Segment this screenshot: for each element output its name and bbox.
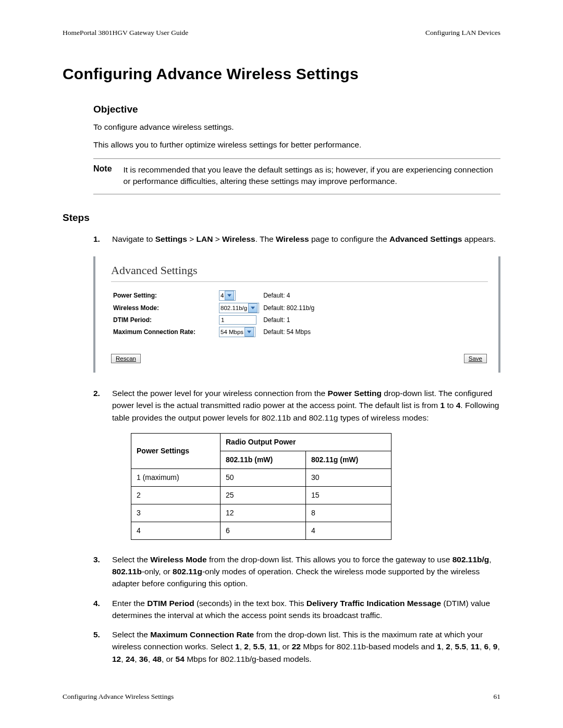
step-4-text: Enter the DTIM Period (seconds) in the t… bbox=[112, 599, 490, 620]
page-title: Configuring Advance Wireless Settings bbox=[63, 65, 500, 83]
power-setting-label: Power Setting: bbox=[111, 289, 217, 302]
objective-p2: This allows you to further optimize wire… bbox=[93, 139, 500, 151]
step-4: 4. Enter the DTIM Period (seconds) in th… bbox=[93, 597, 500, 622]
wireless-mode-value: 802.11b/g bbox=[221, 305, 247, 311]
step-1: 1. Navigate to Settings > LAN > Wireless… bbox=[93, 233, 500, 245]
step-1-text: Navigate to Settings > LAN > Wireless. T… bbox=[112, 235, 496, 243]
footer-page-number: 61 bbox=[494, 693, 501, 701]
max-conn-rate-default: Default: 54 Mbps bbox=[261, 326, 316, 338]
save-button[interactable]: Save bbox=[464, 354, 487, 363]
step-1-num: 1. bbox=[93, 233, 100, 245]
dtim-period-default: Default: 1 bbox=[261, 314, 316, 326]
max-conn-rate-label: Maximum Connection Rate: bbox=[111, 326, 217, 338]
step-5-num: 5. bbox=[93, 628, 100, 640]
th-power-settings: Power Settings bbox=[131, 433, 221, 468]
header-left: HomePortal 3801HGV Gateway User Guide bbox=[63, 29, 188, 37]
advanced-settings-title: Advanced Settings bbox=[111, 264, 488, 277]
power-setting-value: 4 bbox=[221, 292, 224, 299]
dtim-period-input[interactable] bbox=[219, 315, 256, 325]
chevron-down-icon bbox=[225, 291, 234, 300]
objective-p1: To configure advance wireless settings. bbox=[93, 121, 500, 133]
advanced-settings-form: Power Setting: 4 Default: 4 Wireless Mod… bbox=[111, 289, 316, 338]
chevron-down-icon bbox=[244, 327, 254, 337]
power-output-table: Power Settings Radio Output Power 802.11… bbox=[131, 433, 391, 540]
divider bbox=[111, 281, 488, 282]
wireless-mode-label: Wireless Mode: bbox=[111, 302, 217, 314]
table-row: 1 (maximum) 50 30 bbox=[131, 468, 391, 486]
footer-left: Configuring Advance Wireless Settings bbox=[63, 693, 174, 701]
advanced-settings-panel: Advanced Settings Power Setting: 4 Defau… bbox=[93, 256, 500, 373]
step-3: 3. Select the Wireless Mode from the dro… bbox=[93, 553, 500, 590]
table-row: 2 25 15 bbox=[131, 486, 391, 504]
running-footer: Configuring Advance Wireless Settings 61 bbox=[63, 693, 500, 701]
dtim-period-label: DTIM Period: bbox=[111, 314, 217, 326]
power-setting-select[interactable]: 4 bbox=[219, 290, 236, 301]
step-5: 5. Select the Maximum Connection Rate fr… bbox=[93, 628, 500, 665]
table-row: 3 12 8 bbox=[131, 504, 391, 522]
th-radio-output: Radio Output Power bbox=[221, 433, 391, 451]
step-2-num: 2. bbox=[93, 387, 100, 399]
max-conn-rate-select[interactable]: 54 Mbps bbox=[219, 327, 255, 337]
step-5-text: Select the Maximum Connection Rate from … bbox=[112, 630, 500, 663]
th-802-11g: 802.11g (mW) bbox=[306, 451, 391, 468]
max-conn-rate-value: 54 Mbps bbox=[221, 329, 243, 335]
th-802-11b: 802.11b (mW) bbox=[221, 451, 306, 468]
step-3-num: 3. bbox=[93, 553, 100, 565]
running-header: HomePortal 3801HGV Gateway User Guide Co… bbox=[63, 29, 500, 37]
step-4-num: 4. bbox=[93, 597, 100, 609]
table-row: 4 6 4 bbox=[131, 522, 391, 539]
step-2: 2. Select the power level for your wirel… bbox=[93, 387, 500, 540]
note-block: Note It is recommended that you leave th… bbox=[93, 158, 500, 194]
wireless-mode-select[interactable]: 802.11b/g bbox=[219, 303, 259, 313]
page: HomePortal 3801HGV Gateway User Guide Co… bbox=[0, 0, 563, 728]
header-right: Configuring LAN Devices bbox=[425, 29, 500, 37]
objective-heading: Objective bbox=[93, 104, 500, 115]
rescan-button[interactable]: Rescan bbox=[111, 354, 141, 363]
power-setting-default: Default: 4 bbox=[261, 289, 316, 302]
steps-heading: Steps bbox=[63, 212, 500, 224]
wireless-mode-default: Default: 802.11b/g bbox=[261, 302, 316, 314]
note-label: Note bbox=[93, 164, 112, 188]
note-text: It is recommended that you leave the def… bbox=[124, 164, 500, 188]
chevron-down-icon bbox=[248, 303, 258, 313]
step-3-text: Select the Wireless Mode from the drop-d… bbox=[112, 555, 492, 588]
step-2-text: Select the power level for your wireless… bbox=[112, 389, 499, 422]
